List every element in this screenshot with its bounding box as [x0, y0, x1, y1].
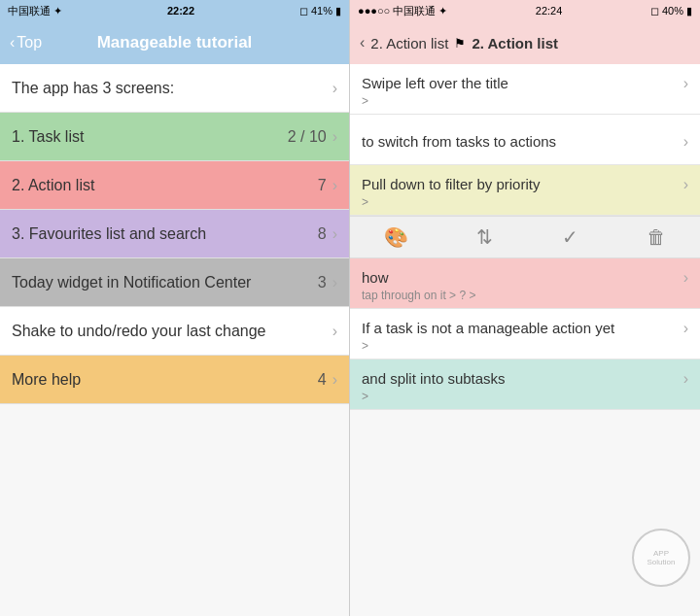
toolbar-row: 🎨 ⇅ ✓ 🗑 [350, 216, 700, 258]
left-status-bar: 中国联通 ✦ 22:22 ◻ 41% ▮ [0, 0, 349, 21]
more-help-right: 4 › [318, 371, 337, 389]
task-list-label: 1. Task list [12, 128, 84, 146]
not-manageable-chevron: › [683, 320, 688, 337]
right-nav-title: 2. Action list [472, 35, 558, 51]
list-item[interactable]: to switch from tasks to actions › [350, 115, 700, 165]
favourites-right: 8 › [318, 225, 337, 243]
check-icon[interactable]: ✓ [562, 225, 578, 249]
list-item[interactable]: Today widget in Notification Center 3 › [0, 258, 349, 307]
right-status-bar: ●●●○○ 中国联通 ✦ 22:24 ◻ 40% ▮ [350, 0, 700, 21]
task-list-right: 2 / 10 › [288, 128, 337, 146]
list-item[interactable]: Swipe left over the title › > [350, 64, 700, 115]
shake-right: › [332, 323, 337, 340]
today-widget-right: 3 › [318, 274, 337, 291]
not-manageable-label: If a task is not a manageable action yet [362, 320, 614, 336]
right-panel: ●●●○○ 中国联通 ✦ 22:24 ◻ 40% ▮ ‹ 2. Action l… [350, 0, 700, 616]
split-sub: > [362, 390, 688, 403]
split-chevron: › [683, 370, 688, 388]
list-item[interactable]: and split into subtasks › > [350, 359, 700, 410]
swipe-left-sub: > [362, 94, 688, 108]
palette-icon[interactable]: 🎨 [384, 225, 408, 249]
left-back-label: Top [17, 34, 42, 51]
more-help-badge: 4 [318, 371, 327, 389]
more-help-label: More help [12, 371, 81, 389]
watermark-line2: Solution [648, 558, 676, 566]
left-list-container: The app has 3 screens: › 1. Task list 2 … [0, 64, 349, 616]
today-widget-badge: 3 [318, 274, 327, 291]
left-back-button[interactable]: ‹ Top [10, 34, 42, 51]
today-widget-chevron: › [332, 274, 337, 291]
watermark-line1: APP [653, 549, 669, 558]
intro-chevron: › [332, 80, 337, 97]
swipe-left-chevron: › [683, 75, 688, 92]
pull-down-chevron: › [683, 176, 688, 193]
list-item[interactable]: If a task is not a manageable action yet… [350, 309, 700, 359]
today-widget-label: Today widget in Notification Center [12, 274, 251, 291]
left-nav-title: Manageable tutorial [97, 33, 253, 52]
trash-icon[interactable]: 🗑 [647, 226, 666, 249]
split-label: and split into subtasks [362, 370, 506, 387]
pull-down-sub: > [362, 195, 688, 209]
right-nav-bar: ‹ 2. Action list ⚑ 2. Action list [350, 21, 700, 64]
left-battery: ◻ 41% ▮ [299, 5, 341, 17]
right-battery: ◻ 40% ▮ [650, 5, 692, 17]
left-nav-bar: ‹ Top Manageable tutorial [0, 21, 349, 64]
left-back-chevron: ‹ [10, 34, 15, 51]
task-list-badge: 2 / 10 [288, 128, 327, 146]
right-carrier: ●●●○○ 中国联通 ✦ [358, 4, 447, 18]
action-list-label: 2. Action list [12, 177, 94, 194]
list-item[interactable]: 2. Action list 7 › [0, 161, 349, 210]
sort-icon[interactable]: ⇅ [476, 225, 493, 249]
not-manageable-sub: > [362, 339, 688, 353]
list-item[interactable]: 3. Favourites list and search 8 › [0, 210, 349, 258]
more-help-chevron: › [332, 371, 337, 389]
watermark: APP Solution [632, 529, 690, 587]
favourites-chevron: › [332, 225, 337, 243]
favourites-label: 3. Favourites list and search [12, 225, 206, 243]
right-time: 22:24 [536, 5, 563, 17]
task-list-chevron: › [332, 128, 337, 146]
list-item[interactable]: 1. Task list 2 / 10 › [0, 113, 349, 161]
action-list-right: 7 › [318, 177, 337, 194]
list-item[interactable]: Shake to undo/redo your last change › [0, 307, 349, 356]
shake-chevron: › [332, 323, 337, 340]
list-item[interactable]: Pull down to filter by priority › > [350, 165, 700, 216]
action-list-chevron: › [332, 177, 337, 194]
switch-label: to switch from tasks to actions [362, 133, 556, 150]
how-sub: tap through on it > ? > [362, 289, 688, 302]
how-label: how [362, 269, 389, 286]
how-chevron: › [683, 269, 688, 287]
right-back-label: 2. Action list [370, 35, 448, 51]
favourites-badge: 8 [318, 225, 327, 243]
shake-label: Shake to undo/redo your last change [12, 323, 266, 340]
swipe-left-label: Swipe left over the title [362, 75, 508, 91]
intro-row: The app has 3 screens: › [0, 64, 349, 113]
list-item[interactable]: how › tap through on it > ? > [350, 258, 700, 309]
left-panel: 中国联通 ✦ 22:22 ◻ 41% ▮ ‹ Top Manageable tu… [0, 0, 350, 616]
flag-icon: ⚑ [454, 36, 466, 51]
intro-text: The app has 3 screens: [12, 80, 174, 97]
action-list-badge: 7 [318, 177, 327, 194]
left-time: 22:22 [167, 5, 194, 17]
pull-down-label: Pull down to filter by priority [362, 176, 540, 192]
right-back-button[interactable]: ‹ [360, 34, 365, 51]
switch-chevron: › [683, 133, 688, 151]
list-item[interactable]: More help 4 › [0, 356, 349, 404]
left-carrier: 中国联通 ✦ [8, 4, 62, 18]
